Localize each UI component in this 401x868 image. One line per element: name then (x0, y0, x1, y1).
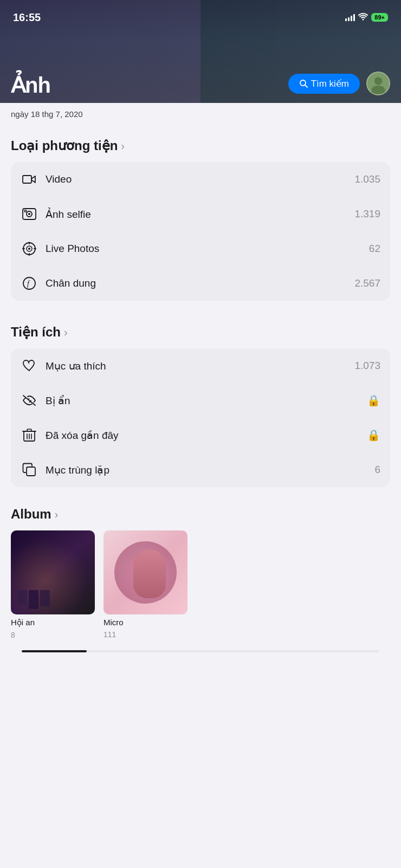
album-thumb-hoian (11, 530, 95, 614)
selfie-icon (21, 205, 38, 223)
utilities-chevron: › (64, 326, 68, 339)
status-bar: 16:55 89+ (0, 0, 401, 29)
avatar[interactable] (366, 72, 390, 95)
list-item-selfie[interactable]: Ảnh selfie 1.319 (11, 197, 390, 231)
video-label: Video (46, 173, 354, 185)
albums-section: Album › Hội an 8 Micro 111 (0, 496, 401, 661)
svg-point-12 (28, 248, 30, 250)
portrait-icon: f (21, 275, 38, 292)
svg-point-8 (28, 213, 30, 215)
utilities-title: Tiện ích (11, 325, 61, 340)
album-item-micro[interactable]: Micro 111 (104, 530, 187, 639)
live-photos-icon (21, 240, 38, 257)
deleted-label: Đã xóa gần đây (46, 429, 367, 442)
album-name-micro: Micro (104, 618, 187, 627)
favorites-label: Mục ưa thích (46, 360, 354, 372)
utilities-card: Mục ưa thích 1.073 Bị ẩn 🔒 (11, 348, 390, 487)
wifi-icon (358, 13, 368, 22)
search-button[interactable]: Tìm kiếm (288, 74, 360, 94)
album-count-hoian: 8 (11, 631, 95, 639)
trash-icon (21, 426, 38, 444)
media-types-section: Loại phương tiện › Video 1.035 (0, 123, 401, 309)
app-title: Ảnh (11, 73, 50, 98)
list-item-duplicates[interactable]: Mục trùng lặp 6 (11, 452, 390, 487)
portrait-count: 2.567 (354, 277, 380, 289)
signal-icon (345, 14, 355, 21)
video-count: 1.035 (354, 173, 380, 185)
duplicates-count: 6 (374, 464, 380, 476)
list-item-favorites[interactable]: Mục ưa thích 1.073 (11, 348, 390, 383)
status-icons: 89+ (345, 13, 388, 22)
svg-rect-21 (27, 429, 31, 431)
status-time: 16:55 (13, 11, 41, 24)
album-item-hoian[interactable]: Hội an 8 (11, 530, 95, 639)
hidden-icon (21, 392, 38, 409)
hidden-label: Bị ẩn (46, 394, 367, 407)
list-item-live[interactable]: Live Photos 62 (11, 231, 390, 266)
heart-icon (21, 357, 38, 374)
albums-chevron: › (55, 508, 59, 521)
list-item-portrait[interactable]: f Chân dung 2.567 (11, 266, 390, 301)
selfie-count: 1.319 (354, 208, 380, 220)
albums-grid: Hội an 8 Micro 111 (11, 530, 390, 639)
svg-text:f: f (27, 280, 30, 288)
album-thumb-micro (104, 530, 187, 614)
scroll-indicator (22, 650, 379, 652)
albums-title: Album (11, 507, 51, 522)
media-types-card: Video 1.035 Ảnh selfie 1.319 (11, 162, 390, 301)
utilities-header[interactable]: Tiện ích › (11, 325, 390, 340)
svg-rect-5 (23, 176, 31, 183)
date-strip: ngày 18 thg 7, 2020 (0, 103, 401, 123)
album-count-micro: 111 (104, 630, 187, 639)
svg-point-3 (374, 77, 383, 85)
hidden-lock: 🔒 (367, 394, 380, 407)
favorites-count: 1.073 (354, 360, 380, 372)
svg-point-17 (23, 277, 35, 289)
date-label-1: ngày 18 thg 7, 2020 (11, 109, 83, 119)
list-item-hidden[interactable]: Bị ẩn 🔒 (11, 383, 390, 418)
battery-indicator: 89+ (371, 13, 388, 22)
portrait-label: Chân dung (46, 277, 354, 289)
header-actions: Tìm kiếm (288, 72, 390, 98)
media-types-chevron: › (121, 140, 125, 152)
media-types-title: Loại phương tiện (11, 138, 118, 153)
scroll-thumb (22, 650, 87, 652)
media-types-header[interactable]: Loại phương tiện › (11, 138, 390, 153)
svg-rect-9 (24, 210, 27, 212)
svg-line-1 (305, 85, 307, 87)
live-label: Live Photos (46, 243, 369, 255)
album-name-hoian: Hội an (11, 618, 95, 627)
video-icon (21, 171, 38, 188)
albums-header[interactable]: Album › (11, 507, 390, 522)
hero-content: Ảnh Tìm kiếm (0, 64, 401, 103)
duplicate-icon (21, 461, 38, 478)
deleted-lock: 🔒 (367, 429, 380, 442)
utilities-section: Tiện ích › Mục ưa thích 1.073 (0, 309, 401, 496)
list-item-deleted[interactable]: Đã xóa gần đây 🔒 (11, 418, 390, 452)
list-item-video[interactable]: Video 1.035 (11, 162, 390, 197)
duplicates-label: Mục trùng lặp (46, 464, 374, 476)
svg-rect-25 (27, 467, 35, 476)
search-icon (299, 79, 308, 88)
live-count: 62 (369, 243, 380, 255)
selfie-label: Ảnh selfie (46, 208, 354, 221)
